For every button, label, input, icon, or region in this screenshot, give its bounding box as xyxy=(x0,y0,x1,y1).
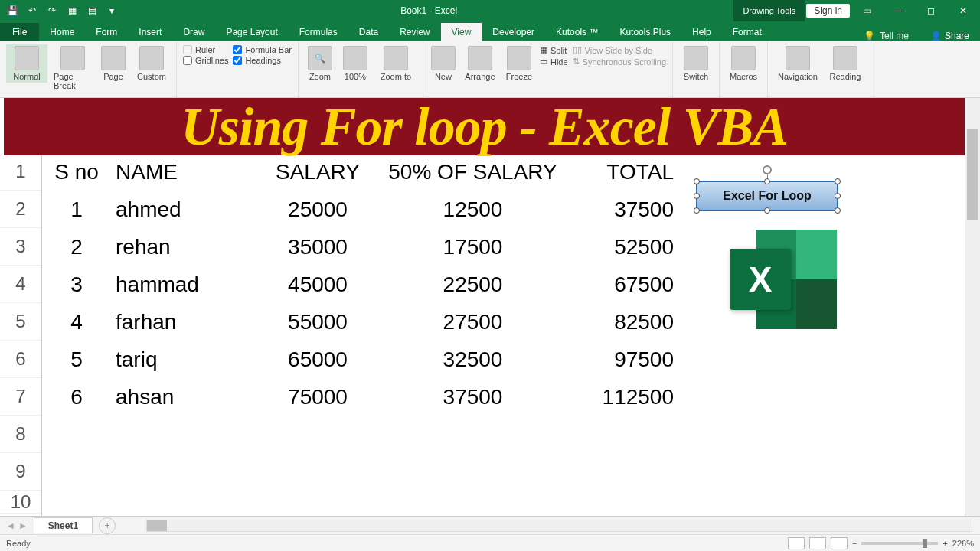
arrange-button[interactable]: Arrange xyxy=(462,44,498,83)
newwindow-button[interactable]: New xyxy=(430,44,457,83)
header-name[interactable]: NAME xyxy=(111,160,256,184)
resize-handle[interactable] xyxy=(694,193,700,199)
tab-review[interactable]: Review xyxy=(389,23,440,41)
cell[interactable]: 3 xyxy=(42,272,111,297)
cell[interactable]: 32500 xyxy=(379,347,567,372)
header-sno[interactable]: S no xyxy=(42,160,111,184)
resize-handle[interactable] xyxy=(764,207,770,214)
tab-help[interactable]: Help xyxy=(681,23,722,41)
split-button[interactable]: ▦Split xyxy=(540,45,568,55)
signin-button[interactable]: Sign in xyxy=(806,4,850,18)
row-header[interactable]: 2 xyxy=(0,191,41,228)
macros-button[interactable]: Macros xyxy=(726,44,761,83)
cell[interactable]: 82500 xyxy=(567,310,681,334)
add-sheet-button[interactable]: + xyxy=(99,517,116,534)
pagelayout-view-icon[interactable] xyxy=(809,537,826,549)
tab-kutools[interactable]: Kutools ™ xyxy=(545,23,609,41)
tab-pagelayout[interactable]: Page Layout xyxy=(215,23,288,41)
custom-view-button[interactable]: Custom xyxy=(133,44,170,83)
navigation-button[interactable]: Navigation xyxy=(774,44,822,83)
row-header[interactable]: 8 xyxy=(0,416,41,453)
cell[interactable]: 65000 xyxy=(256,347,379,372)
resize-handle[interactable] xyxy=(835,178,841,184)
qat-btn-1[interactable]: ▦ xyxy=(63,2,81,20)
zoom-out-icon[interactable]: − xyxy=(852,539,857,548)
cell[interactable]: hammad xyxy=(111,272,256,297)
cell[interactable]: tariq xyxy=(111,347,256,372)
cell[interactable]: 97500 xyxy=(567,347,681,372)
row-header[interactable]: 5 xyxy=(0,303,41,341)
zoom-in-icon[interactable]: + xyxy=(942,539,947,548)
cell[interactable]: 27500 xyxy=(379,310,567,334)
cell[interactable]: 45000 xyxy=(256,272,379,297)
gridlines-checkbox[interactable]: Gridlines xyxy=(183,56,228,65)
cell[interactable]: 55000 xyxy=(256,310,379,334)
sheet-next-icon[interactable]: ► xyxy=(18,520,28,531)
scrollbar-thumb[interactable] xyxy=(967,129,978,220)
worksheet-grid[interactable]: 1 2 3 4 5 6 7 8 9 10 S no NAME SALARY 50… xyxy=(0,153,965,520)
cell[interactable]: 35000 xyxy=(256,235,379,259)
tab-view[interactable]: View xyxy=(441,23,482,41)
header-total[interactable]: TOTAL xyxy=(567,160,681,184)
cell[interactable]: 112500 xyxy=(567,385,681,409)
maximize-icon[interactable]: ◻ xyxy=(916,0,946,21)
cell[interactable]: 67500 xyxy=(567,272,681,297)
zoom-level[interactable]: 226% xyxy=(952,539,974,548)
row-header[interactable]: 3 xyxy=(0,228,41,266)
normal-view-button[interactable]: Normal xyxy=(6,44,47,83)
vertical-scrollbar[interactable] xyxy=(965,98,980,520)
cells-area[interactable]: S no NAME SALARY 50% OF SALARY TOTAL 1ah… xyxy=(42,153,965,520)
formulabar-checkbox[interactable]: Formula Bar xyxy=(233,45,292,54)
ruler-checkbox[interactable]: Ruler xyxy=(183,45,228,54)
tab-formulas[interactable]: Formulas xyxy=(289,23,348,41)
zoom-button[interactable]: 🔍Zoom xyxy=(305,44,335,83)
cell[interactable]: ahsan xyxy=(111,385,256,409)
cell[interactable]: 5 xyxy=(42,347,111,372)
cell[interactable]: 2 xyxy=(42,235,111,259)
row-header[interactable]: 7 xyxy=(0,378,41,416)
cell[interactable]: 6 xyxy=(42,385,111,409)
tab-insert[interactable]: Insert xyxy=(128,23,172,41)
tab-data[interactable]: Data xyxy=(348,23,389,41)
share-button[interactable]: 👤Share xyxy=(920,31,980,41)
tab-developer[interactable]: Developer xyxy=(482,23,545,41)
tab-format[interactable]: Format xyxy=(722,23,773,41)
close-icon[interactable]: ✕ xyxy=(948,0,978,21)
zoom100-button[interactable]: 100% xyxy=(340,44,371,83)
tab-draw[interactable]: Draw xyxy=(172,23,215,41)
cell[interactable]: 17500 xyxy=(379,235,567,259)
pagebreak-view-button[interactable]: Page Break xyxy=(52,44,93,92)
cell[interactable]: ahmed xyxy=(111,197,256,222)
ribbon-options-icon[interactable]: ▭ xyxy=(851,0,882,21)
cell[interactable]: 22500 xyxy=(379,272,567,297)
cell[interactable]: 52500 xyxy=(567,235,681,259)
row-header[interactable]: 1 xyxy=(0,153,41,191)
tab-form[interactable]: Form xyxy=(85,23,128,41)
resize-handle[interactable] xyxy=(694,178,700,184)
pagebreak-view-icon[interactable] xyxy=(831,537,848,549)
tab-home[interactable]: Home xyxy=(39,23,85,41)
zoomto-button[interactable]: Zoom to xyxy=(375,44,416,83)
scrollbar-thumb[interactable] xyxy=(147,520,167,531)
cell[interactable]: 75000 xyxy=(256,385,379,409)
cell[interactable]: rehan xyxy=(111,235,256,259)
horizontal-scrollbar[interactable] xyxy=(146,520,972,532)
tab-kutoolsplus[interactable]: Kutools Plus xyxy=(609,23,681,41)
row-header[interactable]: 4 xyxy=(0,266,41,303)
normal-view-icon[interactable] xyxy=(788,537,805,549)
freeze-button[interactable]: Freeze xyxy=(503,44,535,83)
switch-windows-button[interactable]: Switch xyxy=(679,44,713,83)
save-icon[interactable]: 💾 xyxy=(3,2,21,20)
macro-shape-button[interactable]: Excel For Loop xyxy=(696,181,838,211)
cell[interactable]: 25000 xyxy=(256,197,379,222)
qat-btn-2[interactable]: ▤ xyxy=(83,2,101,20)
cell[interactable]: 12500 xyxy=(379,197,567,222)
resize-handle[interactable] xyxy=(835,207,841,214)
header-pct[interactable]: 50% OF SALARY xyxy=(379,160,567,184)
row-header[interactable]: 6 xyxy=(0,341,41,378)
cell[interactable]: farhan xyxy=(111,310,256,334)
redo-icon[interactable]: ↷ xyxy=(43,2,61,20)
resize-handle[interactable] xyxy=(694,207,700,214)
sheet-tab[interactable]: Sheet1 xyxy=(34,517,93,533)
row-header[interactable]: 10 xyxy=(0,491,41,514)
